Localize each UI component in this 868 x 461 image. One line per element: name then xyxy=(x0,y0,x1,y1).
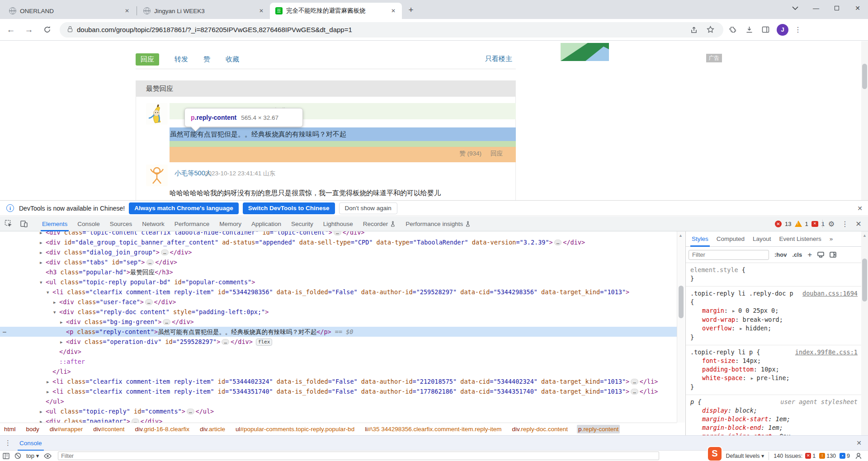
devtools-tab-sources[interactable]: Sources xyxy=(105,216,137,231)
live-expression-eye-icon[interactable] xyxy=(42,453,53,459)
comment1-like-link[interactable]: 赞 (934) xyxy=(459,150,481,158)
console-sidebar-icon[interactable] xyxy=(0,453,12,459)
rendering-emulation-icon[interactable] xyxy=(817,252,824,258)
comment1-avatar[interactable] xyxy=(146,103,168,125)
stylesheet-link[interactable]: index.99f8e.css:1 xyxy=(795,348,858,357)
forward-button[interactable]: → xyxy=(22,23,36,37)
comment1-text-highlighted[interactable]: 虽然可能有点冒犯但是。。经典板烧真的有辣味吗？对不起 xyxy=(170,127,516,141)
tree-row[interactable]: ▶<div class="dialog_join_group">…</div> xyxy=(0,247,677,257)
only-op-link[interactable]: 只看楼主 xyxy=(485,55,512,63)
ad-thumbnail-image[interactable] xyxy=(561,43,609,61)
expand-arrow-icon[interactable]: ▶ xyxy=(40,248,46,258)
css-property[interactable]: padding-bottom: 10px; xyxy=(690,365,858,374)
minimize-button[interactable]: — xyxy=(806,0,826,16)
feedback-person-icon[interactable] xyxy=(853,452,864,459)
expand-value-icon[interactable]: ▶ xyxy=(740,326,745,331)
maximize-button[interactable] xyxy=(826,0,847,16)
scroll-up-icon[interactable]: ▲ xyxy=(861,233,868,238)
browser-tab[interactable]: ONERLAND✕ xyxy=(4,3,136,19)
console-filter-input[interactable] xyxy=(58,452,659,460)
breadcrumb-item[interactable]: p.reply-content xyxy=(577,425,620,433)
devtools-tab-memory[interactable]: Memory xyxy=(214,216,246,231)
lock-icon[interactable] xyxy=(68,28,72,32)
css-property[interactable]: margin-block-end: 1em; xyxy=(690,423,858,432)
drawer-menu-kebab-icon[interactable]: ⋮ xyxy=(5,439,11,447)
error-badge-icon[interactable]: ✕ xyxy=(775,221,782,227)
breadcrumb-item[interactable]: ul#popular-comments.topic-reply.popular-… xyxy=(234,425,356,433)
expand-arrow-icon[interactable]: ▶ xyxy=(53,297,59,307)
bookmark-star-icon[interactable] xyxy=(703,23,717,37)
style-rule[interactable]: user agent stylesheetp {display: block;m… xyxy=(686,395,861,435)
tree-row[interactable]: ▶<li class="clearfix comment-item reply-… xyxy=(0,376,677,386)
expand-arrow-icon[interactable]: ▶ xyxy=(47,377,52,387)
breadcrumb-item[interactable]: div#content xyxy=(92,425,126,433)
elements-tree-scrollbar[interactable]: ▲ xyxy=(677,231,685,423)
devtools-settings-gear-icon[interactable]: ⚙ xyxy=(825,218,838,230)
breadcrumb-item[interactable]: html xyxy=(3,425,17,433)
issue-count-chip[interactable]: ▪9 xyxy=(840,453,850,459)
breadcrumb-item[interactable]: div.reply-doc.content xyxy=(511,425,570,433)
expand-value-icon[interactable]: ▶ xyxy=(732,309,737,313)
extension-s-logo[interactable]: S xyxy=(708,447,722,461)
tree-row[interactable]: ⋯<p class="reply-content">虽然可能有点冒犯但是。。经典… xyxy=(0,327,677,337)
css-property[interactable]: word-wrap: break-word; xyxy=(690,315,858,324)
expand-arrow-icon[interactable]: ▶ xyxy=(40,417,46,423)
inspect-element-icon[interactable] xyxy=(2,218,15,230)
devtools-close-icon[interactable]: ✕ xyxy=(852,218,865,230)
tree-row[interactable]: <h3 class="popular-hd">最赞回应</h3> xyxy=(0,267,677,277)
styles-sidebar-tab-layout[interactable]: Layout xyxy=(749,231,775,247)
comment1-reply-link[interactable]: 回应 xyxy=(491,150,503,158)
clear-console-icon[interactable] xyxy=(12,452,24,459)
browser-menu-kebab-icon[interactable]: ⋮ xyxy=(791,23,805,37)
tree-scrollbar-thumb[interactable] xyxy=(679,286,684,318)
devtools-tab-elements[interactable]: Elements xyxy=(37,216,72,231)
tree-row[interactable]: </div> xyxy=(0,347,677,357)
expand-arrow-icon[interactable]: ▼ xyxy=(40,278,46,287)
expand-arrow-icon[interactable]: ▶ xyxy=(60,317,66,327)
style-rule[interactable]: index.99f8e.css:1.topic-reply li p {font… xyxy=(686,345,861,395)
warning-badge-icon[interactable] xyxy=(795,221,802,227)
styles-sidebar-tab-computed[interactable]: Computed xyxy=(712,231,749,247)
devtools-tab-lighthouse[interactable]: Lighthouse xyxy=(318,216,358,231)
row-options-dots[interactable]: ⋯ xyxy=(3,327,7,337)
expand-arrow-icon[interactable]: ▼ xyxy=(53,307,59,317)
expand-arrow-icon[interactable]: ▶ xyxy=(40,407,46,417)
devtools-tab-network[interactable]: Network xyxy=(137,216,170,231)
console-context-dropdown[interactable]: top ▾ xyxy=(26,452,39,459)
breadcrumb-item[interactable]: div.grid-16-8.clearfix xyxy=(133,425,191,433)
expand-arrow-icon[interactable]: ▶ xyxy=(40,238,46,248)
page-scrollbar-thumb[interactable] xyxy=(862,64,867,89)
tree-row[interactable]: ▶<div class="bg-img-green">…</div> xyxy=(0,317,677,327)
styles-scrollbar[interactable]: ▲ xyxy=(861,231,868,435)
devtools-tab-console[interactable]: Console xyxy=(72,216,105,231)
page-tab-回应[interactable]: 回应 xyxy=(136,53,159,66)
styles-sidebar-tab-styles[interactable]: Styles xyxy=(688,231,712,247)
tree-row[interactable]: </li> xyxy=(0,367,677,376)
tree-row[interactable]: ▶<li class="clearfix comment-item reply-… xyxy=(0,386,677,396)
share-icon[interactable] xyxy=(687,23,701,37)
browser-tab[interactable]: Jingyan Li WEEK3✕ xyxy=(138,3,270,19)
more-tabs-chevrons[interactable]: » xyxy=(826,231,837,247)
tab-search-chevron-icon[interactable] xyxy=(785,0,806,16)
new-tab-button[interactable]: + xyxy=(405,4,417,17)
expand-arrow-icon[interactable]: ▶ xyxy=(60,337,66,347)
tree-row[interactable]: ▶<div class="operation-div" id="25952829… xyxy=(0,337,677,347)
page-tab-收藏[interactable]: 收藏 xyxy=(226,55,239,64)
computed-panel-toggle-icon[interactable] xyxy=(830,252,836,258)
css-property[interactable]: margin-inline-start: 0px; xyxy=(690,432,858,435)
tab-close-icon[interactable]: ✕ xyxy=(123,7,131,15)
devtools-tab-performance[interactable]: Performance xyxy=(170,216,214,231)
extensions-puzzle-icon[interactable] xyxy=(726,23,740,37)
page-scrollbar[interactable] xyxy=(861,41,868,200)
tree-row[interactable]: ▶<div class="user-face">…</div> xyxy=(0,297,677,307)
issue-count-chip[interactable]: !130 xyxy=(819,453,836,459)
notification-button[interactable]: Switch DevTools to Chinese xyxy=(243,202,335,214)
tab-close-icon[interactable]: ✕ xyxy=(257,7,265,15)
reload-button[interactable] xyxy=(40,23,54,37)
expand-value-icon[interactable]: ▶ xyxy=(751,376,756,381)
css-property[interactable]: white-space: ▶ pre-line; xyxy=(690,374,858,383)
notification-button[interactable]: Don't show again xyxy=(339,202,397,214)
page-tab-转发[interactable]: 转发 xyxy=(175,55,188,64)
css-property[interactable]: font-size: 14px; xyxy=(690,357,858,365)
style-rule[interactable]: douban.css:1694.topic-reply li .reply-do… xyxy=(686,287,861,345)
